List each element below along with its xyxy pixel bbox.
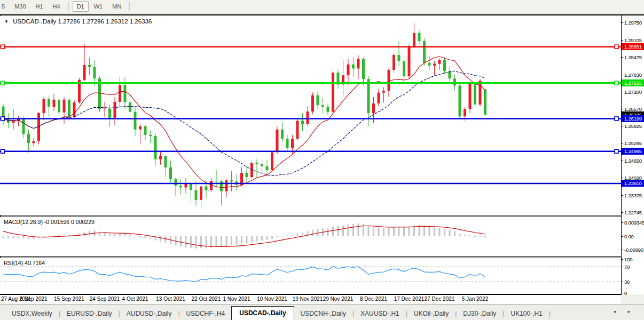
tab-scroll-right-icon[interactable]: ►	[627, 309, 631, 314]
macd-indicator-label: MACD(12,26,9) -0.001596 0.000229	[4, 219, 95, 225]
macd-tick: 0.00	[622, 233, 644, 240]
rsi-tick: 100	[622, 256, 644, 263]
timeframe-button-d1[interactable]: D1	[73, 1, 89, 12]
macd-tick: -0.008907	[622, 246, 644, 253]
date-label: 13 Oct 2021	[156, 296, 185, 302]
toolbar-separator	[129, 2, 130, 11]
price-tick: 1.28475	[622, 54, 644, 61]
rsi-line	[3, 266, 485, 282]
toolbar-separator	[68, 2, 69, 11]
tab-eurusd-daily[interactable]: EURUSD-,Daily	[60, 308, 119, 320]
price-tick: 1.25925	[622, 123, 644, 130]
timeframe-button-mn[interactable]: MN	[108, 1, 125, 12]
date-label: 19 Nov 2021	[293, 296, 323, 302]
chart-ohlc-values: 1.27286 1.27296 1.26312 1.26336	[58, 18, 152, 25]
price-chart-pane[interactable]	[0, 16, 621, 215]
timeframe-button-5[interactable]: 5	[0, 1, 9, 12]
price-tick: 1.23375	[622, 192, 644, 199]
timeframe-button-w1[interactable]: W1	[90, 1, 107, 12]
date-label: 15 Sep 2021	[54, 296, 84, 302]
chart-symbol-label: USDCAD-,Daily	[13, 18, 56, 25]
timeframe-button-h1[interactable]: H1	[32, 1, 48, 12]
price-axis[interactable]: 1.297501.291051.284751.278301.272001.265…	[622, 14, 644, 294]
chart-collapse-icon[interactable]: ▼	[4, 19, 9, 24]
macd-tick: 0.009345	[622, 219, 644, 226]
ma-fast-line	[3, 57, 485, 188]
date-axis[interactable]: 27 Aug 20216 Sep 202115 Sep 202124 Sep 2…	[0, 295, 621, 304]
date-label: 27 Dec 2021	[425, 296, 455, 302]
rsi-tick: 0	[622, 290, 644, 297]
tab-xauusd-h1[interactable]: XAUUSD-,H1	[354, 308, 406, 320]
rsi-indicator-label: RSI(14) 40.7164	[4, 260, 45, 266]
tab-dj30-daily[interactable]: DJ30-,Daily	[457, 308, 502, 320]
chart-tab-bar: USDX,Weekly|EURUSD-,Daily|AUDUSD-,Daily|…	[0, 305, 644, 320]
date-label: 8 Dec 2021	[360, 296, 387, 302]
price-tick: 1.25295	[622, 140, 644, 147]
timeframe-button-m30[interactable]: M30	[10, 1, 30, 12]
timeframe-toolbar: 5M30H1H4D1W1MN	[0, 0, 644, 13]
level-price-badge: 1.23810	[622, 180, 644, 187]
tab-usdchf-h4[interactable]: USDCHF-,H4	[180, 308, 232, 320]
tab-ukoil-daily[interactable]: UKOil-,Daily	[407, 308, 455, 320]
price-tick: 1.27200	[622, 89, 644, 95]
tab-usdx-weekly[interactable]: USDX,Weekly	[5, 308, 59, 320]
date-label: 24 Sep 2021	[90, 296, 120, 302]
ma-slow-line	[3, 71, 485, 175]
date-label: 22 Oct 2021	[192, 296, 221, 302]
level-price-badge: 1.24995	[622, 148, 644, 155]
price-tick: 1.24650	[622, 157, 644, 164]
price-tick: 1.29105	[622, 37, 644, 44]
date-label: 5 Jan 2022	[462, 296, 489, 302]
price-tick: 1.27830	[622, 71, 644, 78]
pane-divider	[0, 256, 622, 257]
date-label: 10 Nov 2021	[257, 296, 287, 302]
tab-uk100-h1[interactable]: UK100-,H1	[504, 308, 548, 320]
date-label: 6 Sep 2021	[20, 296, 47, 302]
chart-title: ▼ USDCAD-,Daily 1.27286 1.27296 1.26312 …	[4, 18, 152, 25]
tab-separator: |	[549, 308, 551, 320]
tab-audusd-daily[interactable]: AUDUSD-,Daily	[120, 308, 178, 320]
level-price-badge: 1.26199	[622, 115, 644, 122]
rsi-tick: 30	[622, 278, 644, 285]
tab-scroll-left-icon[interactable]: ◄	[612, 309, 617, 314]
macd-signal-line	[3, 226, 485, 247]
timeframe-button-h4[interactable]: H4	[49, 1, 65, 12]
tab-usdcnh-daily[interactable]: USDCNH-,Daily	[294, 308, 352, 320]
level-price-badge: 1.28851	[622, 43, 644, 50]
rsi-pane[interactable]	[0, 258, 621, 294]
terminal-window: 5M30H1H4D1W1MN ▼ USDCAD-,Daily 1.27286 1…	[0, 0, 644, 320]
price-tick: 1.29750	[622, 19, 644, 26]
date-label: 17 Dec 2021	[394, 296, 425, 302]
rsi-tick: 70	[622, 263, 644, 270]
date-label: 1 Nov 2021	[223, 296, 250, 302]
price-tick: 1.22745	[622, 209, 644, 216]
pane-divider	[0, 215, 622, 215]
tab-usdcad-daily[interactable]: USDCAD-,Daily	[231, 306, 294, 320]
date-label: 29 Nov 2021	[323, 296, 354, 302]
date-label: 4 Oct 2021	[122, 296, 148, 302]
level-price-badge: 1.27515	[622, 79, 644, 86]
